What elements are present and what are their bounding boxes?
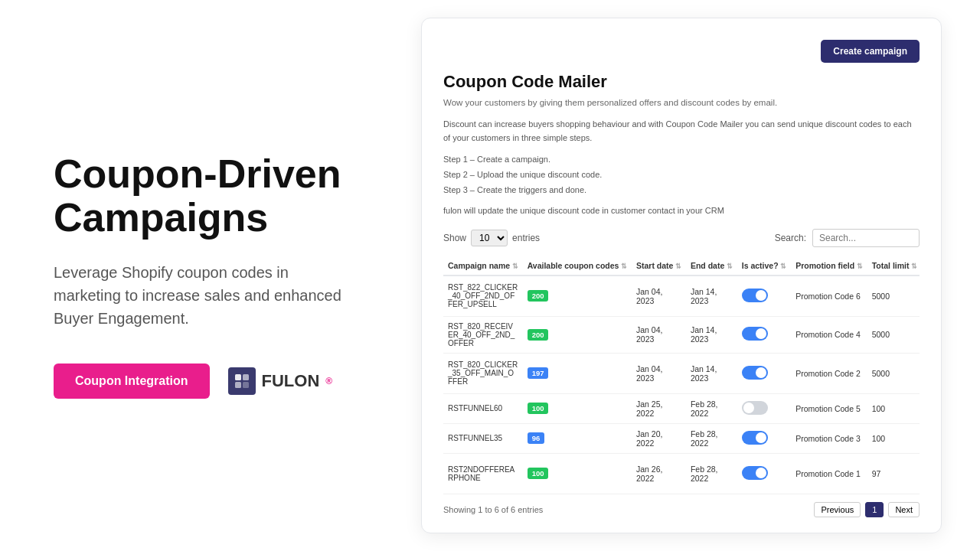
start-date: Jan 25, 2022 <box>632 393 686 423</box>
campaign-name: RST_822_CLICKER_40_OFF_2ND_OFFER_UPSELL <box>443 276 523 317</box>
search-label: Search: <box>775 233 806 243</box>
left-panel: Coupon-Driven Campaigns Leverage Shopify… <box>0 106 398 445</box>
search-input[interactable] <box>812 229 920 247</box>
start-date: Jan 20, 2022 <box>632 423 686 453</box>
col-start-date: Start date <box>632 256 686 276</box>
campaign-table-wrapper: Campaign name Available coupon codes Sta… <box>443 256 920 494</box>
available-codes: 100 <box>523 453 632 494</box>
card-title: Coupon Code Mailer <box>443 72 920 92</box>
col-promotion: Promotion field <box>791 256 867 276</box>
fulon-registered: ® <box>325 376 332 386</box>
fulon-icon <box>228 367 256 395</box>
total-limit: 5000 <box>867 316 920 353</box>
coupon-card: Create campaign Coupon Code Mailer Wow y… <box>421 18 942 533</box>
is-active[interactable] <box>737 393 791 423</box>
right-panel: Create campaign Coupon Code Mailer Wow y… <box>398 0 980 551</box>
create-campaign-button[interactable]: Create campaign <box>821 40 920 63</box>
start-date: Jan 04, 2023 <box>632 276 686 317</box>
search-area: Search: <box>775 229 920 247</box>
fulon-logo: FULON® <box>228 367 333 395</box>
campaign-name: RSTFUNNEL35 <box>443 423 523 453</box>
showing-text: Showing 1 to 6 of 6 entries <box>443 505 543 514</box>
col-total-limit: Total limit <box>867 256 920 276</box>
coupon-integration-button[interactable]: Coupon Integration <box>54 364 210 399</box>
svg-rect-3 <box>243 382 249 388</box>
step3: Step 3 – Create the triggers and done. <box>443 183 920 198</box>
promotion-field: Promotion Code 2 <box>791 353 867 393</box>
table-footer: Showing 1 to 6 of 6 entries Previous 1 N… <box>443 502 920 517</box>
promotion-field: Promotion Code 1 <box>791 453 867 494</box>
end-date: Jan 14, 2023 <box>686 353 737 393</box>
card-note: fulon will update the unique discount co… <box>443 206 920 215</box>
campaign-table: Campaign name Available coupon codes Sta… <box>443 256 920 494</box>
table-row: RST_820_CLICKER_35_OFF_MAIN_OFFER 197 Ja… <box>443 353 920 393</box>
pagination: Previous 1 Next <box>814 502 920 517</box>
fulon-text: FULON <box>262 371 320 391</box>
show-label: Show <box>443 233 466 243</box>
col-available-codes: Available coupon codes <box>523 256 632 276</box>
step2: Step 2 – Upload the unique discount code… <box>443 168 920 183</box>
is-active[interactable] <box>737 276 791 317</box>
card-subtitle: Wow your customers by giving them person… <box>443 98 920 107</box>
svg-rect-2 <box>235 382 241 388</box>
card-steps: Step 1 – Create a campaign. Step 2 – Upl… <box>443 152 920 197</box>
promotion-field: Promotion Code 6 <box>791 276 867 317</box>
subtext: Leverage Shopify coupon codes in marketi… <box>54 261 345 330</box>
step1: Step 1 – Create a campaign. <box>443 152 920 168</box>
total-limit: 100 <box>867 393 920 423</box>
promotion-field: Promotion Code 4 <box>791 316 867 353</box>
campaign-name: RSTFUNNEL60 <box>443 393 523 423</box>
fulon-logo-icon <box>234 373 250 390</box>
available-codes: 96 <box>523 423 632 453</box>
col-end-date: End date <box>686 256 737 276</box>
available-codes: 200 <box>523 316 632 353</box>
available-codes: 200 <box>523 276 632 317</box>
page-1-button[interactable]: 1 <box>865 502 884 517</box>
end-date: Feb 28, 2022 <box>686 423 737 453</box>
card-description: Discount can increase buyers shopping be… <box>443 118 920 145</box>
is-active[interactable] <box>737 423 791 453</box>
table-row: RST2NDOFFEREARPHONE 100 Jan 26, 2022 Feb… <box>443 453 920 494</box>
end-date: Feb 28, 2022 <box>686 453 737 494</box>
card-toolbar: Show 10 25 50 entries Search: <box>443 229 920 247</box>
main-heading: Coupon-Driven Campaigns <box>54 152 345 240</box>
is-active[interactable] <box>737 316 791 353</box>
end-date: Feb 28, 2022 <box>686 393 737 423</box>
total-limit: 97 <box>867 453 920 494</box>
next-button[interactable]: Next <box>888 502 920 517</box>
campaign-name: RST_820_CLICKER_35_OFF_MAIN_OFFER <box>443 353 523 393</box>
entries-select[interactable]: 10 25 50 <box>471 230 508 246</box>
start-date: Jan 04, 2023 <box>632 316 686 353</box>
show-entries: Show 10 25 50 entries <box>443 230 540 246</box>
promotion-field: Promotion Code 5 <box>791 393 867 423</box>
bottom-row: Coupon Integration FULON® <box>54 364 345 399</box>
available-codes: 197 <box>523 353 632 393</box>
table-row: RSTFUNNEL35 96 Jan 20, 2022 Feb 28, 2022… <box>443 423 920 453</box>
table-row: RST_820_RECEIVER_40_OFF_2ND_OFFER 200 Ja… <box>443 316 920 353</box>
is-active[interactable] <box>737 453 791 494</box>
table-row: RSTFUNNEL60 100 Jan 25, 2022 Feb 28, 202… <box>443 393 920 423</box>
col-is-active: Is active? <box>737 256 791 276</box>
entries-label: entries <box>512 233 540 243</box>
card-toolbar-top: Create campaign <box>443 40 920 63</box>
col-campaign-name: Campaign name <box>443 256 523 276</box>
total-limit: 5000 <box>867 353 920 393</box>
campaign-name: RST_820_RECEIVER_40_OFF_2ND_OFFER <box>443 316 523 353</box>
total-limit: 100 <box>867 423 920 453</box>
end-date: Jan 14, 2023 <box>686 276 737 317</box>
available-codes: 100 <box>523 393 632 423</box>
start-date: Jan 26, 2022 <box>632 453 686 494</box>
start-date: Jan 04, 2023 <box>632 353 686 393</box>
is-active[interactable] <box>737 353 791 393</box>
end-date: Jan 14, 2023 <box>686 316 737 353</box>
prev-button[interactable]: Previous <box>814 502 861 517</box>
svg-rect-1 <box>243 374 249 380</box>
campaign-name: RST2NDOFFEREARPHONE <box>443 453 523 494</box>
promotion-field: Promotion Code 3 <box>791 423 867 453</box>
total-limit: 5000 <box>867 276 920 317</box>
table-row: RST_822_CLICKER_40_OFF_2ND_OFFER_UPSELL … <box>443 276 920 317</box>
svg-rect-0 <box>235 374 241 380</box>
